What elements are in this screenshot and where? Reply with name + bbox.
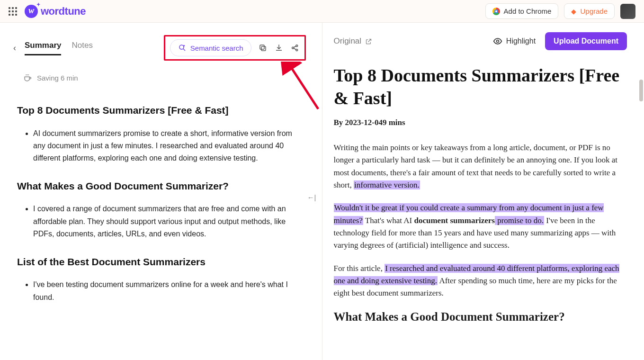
coffee-icon bbox=[23, 73, 32, 82]
sparkle-search-icon bbox=[178, 44, 187, 52]
scrollbar-thumb[interactable] bbox=[639, 80, 643, 101]
svg-point-9 bbox=[496, 40, 499, 43]
summary-bullet-1: AI document summarizers promise to creat… bbox=[33, 127, 305, 165]
svg-rect-2 bbox=[261, 46, 266, 51]
share-icon[interactable] bbox=[290, 43, 300, 53]
diamond-icon: ◆ bbox=[571, 8, 576, 15]
original-label: Original bbox=[334, 36, 362, 46]
avatar[interactable] bbox=[620, 4, 635, 19]
svg-rect-3 bbox=[260, 45, 264, 49]
back-chevron-icon[interactable]: ‹ bbox=[13, 43, 16, 53]
article-section-heading: What Makes a Good Document Summarizer? bbox=[334, 310, 627, 324]
add-to-chrome-label: Add to Chrome bbox=[504, 7, 552, 15]
tab-summary[interactable]: Summary bbox=[25, 41, 61, 55]
logo-mark-icon bbox=[25, 5, 38, 18]
svg-point-0 bbox=[179, 45, 184, 49]
main: ‹ Summary Notes Semantic search bbox=[0, 23, 644, 360]
apps-grid-icon[interactable] bbox=[9, 7, 17, 16]
download-icon[interactable] bbox=[274, 43, 284, 53]
chrome-icon bbox=[492, 8, 500, 15]
svg-line-7 bbox=[294, 46, 296, 47]
upgrade-label: Upgrade bbox=[580, 7, 608, 15]
highlight-span: promise to do. bbox=[495, 216, 544, 225]
saving-label: Saving 6 min bbox=[37, 74, 78, 82]
external-link-icon bbox=[365, 38, 372, 45]
svg-line-8 bbox=[294, 48, 296, 50]
summary-heading-3: List of the Best Document Summarizers bbox=[17, 254, 305, 270]
annotation-box: Semantic search bbox=[164, 35, 306, 61]
highlight-span: informative version. bbox=[354, 180, 420, 189]
article-title: Top 8 Documents Summarizers [Free & Fast… bbox=[334, 64, 627, 109]
upload-document-button[interactable]: Upload Document bbox=[545, 32, 627, 50]
collapse-handle-icon[interactable]: ←| bbox=[307, 193, 316, 201]
topbar: wordtune Add to Chrome ◆ Upgrade bbox=[0, 0, 644, 23]
article-p1: Writing the main points or key takeaways… bbox=[334, 142, 627, 191]
eye-icon bbox=[493, 36, 502, 46]
tab-notes[interactable]: Notes bbox=[72, 41, 92, 55]
semantic-search-label: Semantic search bbox=[190, 44, 243, 52]
summary-heading-1: Top 8 Documents Summarizers [Free & Fast… bbox=[17, 102, 305, 119]
brand-name: wordtune bbox=[41, 5, 86, 18]
article-body: Top 8 Documents Summarizers [Free & Fast… bbox=[322, 55, 644, 359]
article-p3: For this article, I researched and evalu… bbox=[334, 262, 627, 300]
summary-content: Top 8 Documents Summarizers [Free & Fast… bbox=[0, 89, 322, 317]
original-link[interactable]: Original bbox=[334, 36, 373, 46]
brand-logo[interactable]: wordtune bbox=[25, 5, 86, 18]
article-byline: By 2023-12-049 mins bbox=[334, 118, 627, 127]
left-header: ‹ Summary Notes Semantic search bbox=[0, 23, 322, 71]
right-pane: Original Highlight Upload Document Top 8… bbox=[322, 23, 644, 360]
upgrade-button[interactable]: ◆ Upgrade bbox=[564, 3, 615, 19]
article-p2: Wouldn't it be great if you could create… bbox=[334, 202, 627, 252]
highlight-toggle[interactable]: Highlight bbox=[493, 36, 536, 46]
svg-line-1 bbox=[183, 49, 185, 51]
tabs: Summary Notes bbox=[25, 41, 93, 55]
copy-icon[interactable] bbox=[258, 43, 268, 53]
semantic-search-button[interactable]: Semantic search bbox=[170, 39, 251, 56]
add-to-chrome-button[interactable]: Add to Chrome bbox=[485, 3, 559, 19]
right-header: Original Highlight Upload Document bbox=[322, 23, 644, 55]
left-toolbar: Semantic search bbox=[161, 32, 309, 63]
summary-bullet-2: I covered a range of document summarizer… bbox=[33, 203, 305, 240]
summary-bullet-3: I've been testing document summarizers o… bbox=[33, 279, 305, 304]
highlight-label: Highlight bbox=[506, 37, 536, 45]
summary-heading-2: What Makes a Good Document Summarizer? bbox=[17, 178, 305, 195]
saving-row: Saving 6 min bbox=[0, 71, 322, 89]
left-pane: ‹ Summary Notes Semantic search bbox=[0, 23, 322, 360]
